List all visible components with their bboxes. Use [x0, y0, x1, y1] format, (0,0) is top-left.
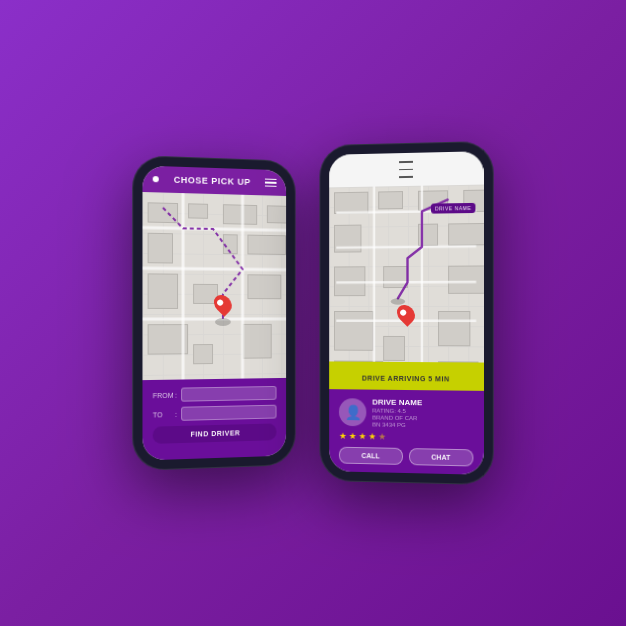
driver-name: DRIVE NAME	[372, 398, 473, 408]
to-label: TO	[153, 411, 171, 419]
form-panel: FROM : TO : FIND DRIVER	[142, 378, 286, 461]
phone-left-header: CHOSE PICK UP	[142, 166, 286, 196]
stars-row: ★ ★ ★ ★ ★	[339, 431, 473, 443]
phone-left: CHOSE PICK UP	[132, 155, 295, 471]
avatar-icon: 👤	[344, 404, 361, 420]
driver-panel: 👤 DRIVE NAME RATING: 4.5 BRAND OF CAR BN…	[329, 389, 483, 475]
from-label: FROM	[153, 391, 171, 398]
phones-container: CHOSE PICK UP	[133, 143, 493, 483]
action-buttons: CALL CHAT	[339, 447, 473, 467]
driver-details: DRIVE NAME RATING: 4.5 BRAND OF CAR BN 3…	[372, 398, 473, 430]
hamburger-icon-left[interactable]	[265, 178, 277, 187]
drive-name-map-label: DRIVE NAME	[431, 202, 476, 213]
route-svg-left	[142, 192, 286, 380]
phone-right-header	[329, 151, 483, 187]
phone-left-screen: CHOSE PICK UP	[142, 166, 286, 461]
star-2: ★	[349, 431, 357, 441]
find-driver-button[interactable]: FIND DRIVER	[153, 423, 277, 443]
star-1: ★	[339, 431, 347, 441]
svg-point-5	[215, 318, 231, 326]
hamburger-icon-right[interactable]	[399, 159, 413, 180]
star-5-half: ★	[378, 432, 386, 442]
to-row: TO :	[153, 405, 277, 422]
header-dot	[153, 176, 159, 182]
star-3: ★	[359, 431, 367, 441]
driver-avatar: 👤	[339, 398, 366, 426]
to-input[interactable]	[181, 405, 276, 421]
from-row: FROM :	[153, 386, 277, 402]
from-input[interactable]	[181, 386, 276, 402]
svg-point-12	[391, 298, 405, 304]
arrival-text: DRIVE ARRIVING 5 MIN	[362, 375, 450, 383]
chat-button[interactable]: CHAT	[408, 448, 473, 466]
phone-right: DRIVE NAME	[319, 141, 493, 485]
map-right: DRIVE NAME	[329, 184, 483, 363]
from-colon: :	[175, 391, 177, 398]
map-left	[142, 192, 286, 380]
star-4: ★	[368, 431, 376, 441]
call-button[interactable]: CALL	[339, 447, 403, 465]
svg-line-3	[142, 268, 286, 269]
to-colon: :	[175, 410, 177, 417]
arrival-banner: DRIVE ARRIVING 5 MIN	[329, 361, 483, 390]
phone-right-screen: DRIVE NAME	[329, 151, 483, 475]
driver-plate: BN 3434 PG	[372, 421, 473, 429]
svg-line-9	[336, 246, 476, 247]
choose-pickup-title: CHOSE PICK UP	[174, 175, 251, 187]
driver-info-row: 👤 DRIVE NAME RATING: 4.5 BRAND OF CAR BN…	[339, 397, 473, 429]
